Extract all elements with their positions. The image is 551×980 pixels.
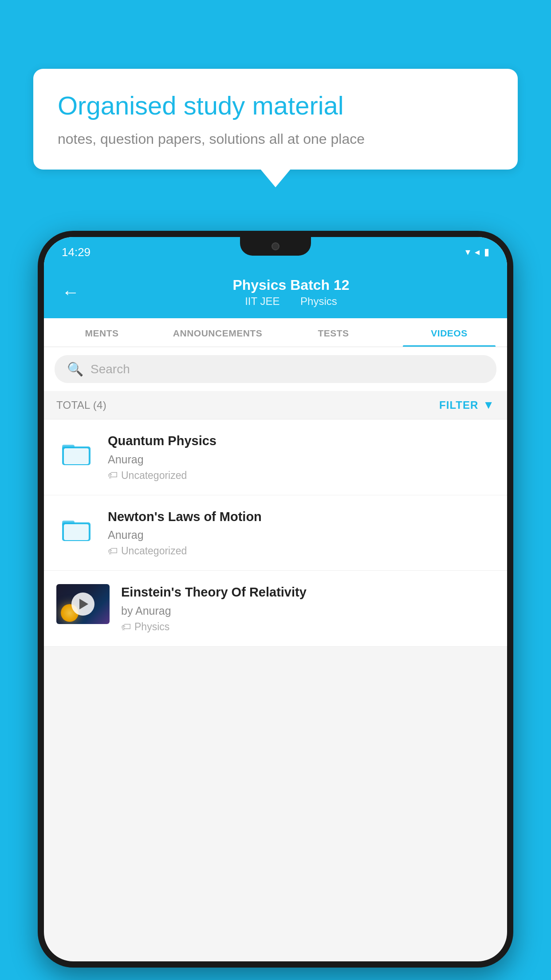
video-title: Einstein's Theory Of Relativity bbox=[121, 584, 495, 601]
status-bar: 14:29 ▾ ◂ ▮ bbox=[44, 237, 507, 267]
speech-bubble-subtitle: notes, question papers, solutions all at… bbox=[58, 131, 493, 147]
status-time: 14:29 bbox=[62, 245, 91, 259]
folder-icon bbox=[56, 433, 96, 473]
tag-icon: 🏷 bbox=[121, 621, 131, 633]
filter-label: FILTER bbox=[439, 399, 478, 411]
phone-outer: 14:29 ▾ ◂ ▮ ← Physics Batch 12 IIT JEE bbox=[38, 231, 513, 968]
play-icon bbox=[79, 599, 88, 609]
phone-screen: 14:29 ▾ ◂ ▮ ← Physics Batch 12 IIT JEE bbox=[44, 237, 507, 961]
video-author: Anurag bbox=[108, 529, 495, 541]
search-icon: 🔍 bbox=[67, 361, 83, 377]
video-tag: 🏷 Uncategorized bbox=[108, 470, 495, 482]
svg-rect-3 bbox=[64, 448, 89, 464]
total-count-label: TOTAL (4) bbox=[56, 399, 106, 411]
video-info: Quantum Physics Anurag 🏷 Uncategorized bbox=[108, 433, 495, 482]
video-info: Einstein's Theory Of Relativity by Anura… bbox=[121, 584, 495, 633]
tag-label: Physics bbox=[134, 621, 169, 633]
speech-bubble-card: Organised study material notes, question… bbox=[33, 69, 518, 170]
header-title: Physics Batch 12 bbox=[232, 277, 349, 293]
search-bar[interactable]: 🔍 Search bbox=[55, 355, 496, 383]
wifi-icon: ▾ bbox=[465, 246, 470, 258]
video-title: Newton's Laws of Motion bbox=[108, 509, 495, 526]
play-button[interactable] bbox=[71, 593, 94, 616]
back-button[interactable]: ← bbox=[62, 282, 79, 302]
tab-videos[interactable]: VIDEOS bbox=[391, 318, 507, 347]
header-subtitle-part2: Physics bbox=[300, 295, 337, 307]
tag-label: Uncategorized bbox=[121, 545, 187, 557]
front-camera bbox=[272, 242, 279, 250]
signal-icon: ◂ bbox=[475, 246, 480, 258]
list-item[interactable]: Quantum Physics Anurag 🏷 Uncategorized bbox=[44, 419, 507, 495]
header-title-block: Physics Batch 12 IIT JEE Physics bbox=[93, 277, 489, 308]
tab-tests[interactable]: TESTS bbox=[276, 318, 391, 347]
speech-bubble-title: Organised study material bbox=[58, 90, 493, 121]
tab-announcements[interactable]: ANNOUNCEMENTS bbox=[160, 318, 276, 347]
folder-icon bbox=[56, 509, 96, 549]
tag-icon: 🏷 bbox=[108, 470, 118, 481]
video-list: Quantum Physics Anurag 🏷 Uncategorized bbox=[44, 419, 507, 647]
video-title: Quantum Physics bbox=[108, 433, 495, 450]
app-header: ← Physics Batch 12 IIT JEE Physics bbox=[44, 267, 507, 318]
tag-icon: 🏷 bbox=[108, 545, 118, 557]
video-author: by Anurag bbox=[121, 605, 495, 617]
svg-rect-7 bbox=[64, 524, 89, 540]
filter-icon: ▼ bbox=[483, 398, 495, 412]
list-item[interactable]: Newton's Laws of Motion Anurag 🏷 Uncateg… bbox=[44, 495, 507, 571]
filter-button[interactable]: FILTER ▼ bbox=[439, 398, 495, 412]
tabs-bar: MENTS ANNOUNCEMENTS TESTS VIDEOS bbox=[44, 318, 507, 347]
status-icons: ▾ ◂ ▮ bbox=[465, 246, 489, 258]
search-placeholder: Search bbox=[91, 362, 130, 376]
video-info: Newton's Laws of Motion Anurag 🏷 Uncateg… bbox=[108, 509, 495, 557]
tag-label: Uncategorized bbox=[121, 470, 187, 482]
video-thumbnail bbox=[56, 584, 110, 624]
header-subtitle-part1: IIT JEE bbox=[245, 295, 279, 307]
video-tag: 🏷 Uncategorized bbox=[108, 545, 495, 557]
phone-wrapper: 14:29 ▾ ◂ ▮ ← Physics Batch 12 IIT JEE bbox=[38, 231, 513, 980]
video-author: Anurag bbox=[108, 453, 495, 466]
tab-ments[interactable]: MENTS bbox=[44, 318, 160, 347]
video-tag: 🏷 Physics bbox=[121, 621, 495, 633]
header-subtitle: IIT JEE Physics bbox=[240, 295, 342, 308]
search-container: 🔍 Search bbox=[44, 347, 507, 391]
filter-bar: TOTAL (4) FILTER ▼ bbox=[44, 391, 507, 419]
battery-icon: ▮ bbox=[484, 246, 489, 258]
notch bbox=[240, 237, 311, 256]
list-item[interactable]: Einstein's Theory Of Relativity by Anura… bbox=[44, 571, 507, 647]
